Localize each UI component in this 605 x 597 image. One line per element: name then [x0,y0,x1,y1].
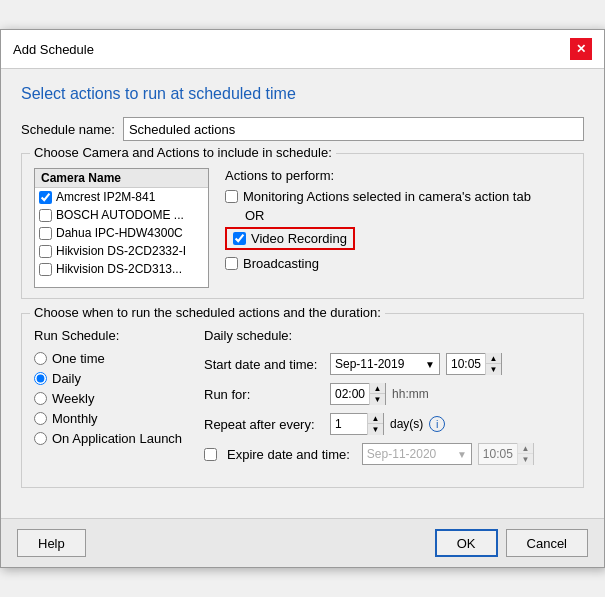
expire-checkbox[interactable] [204,448,217,461]
info-icon[interactable]: i [429,416,445,432]
run-for-up[interactable]: ▲ [370,383,385,394]
radio-daily-label: Daily [52,371,81,386]
cameras-section-label: Choose Camera and Actions to include in … [30,145,336,160]
list-item[interactable]: Dahua IPC-HDW4300C [35,224,208,242]
camera-name-1: BOSCH AUTODOME ... [56,208,184,222]
expire-label: Expire date and time: [227,447,350,462]
radio-daily[interactable]: Daily [34,371,184,386]
run-schedule-label: Run Schedule: [34,328,184,343]
camera-name-3: Hikvision DS-2CD2332-I [56,244,186,258]
run-for-spinner[interactable]: 02:00 ▲ ▼ [330,383,386,405]
repeat-down[interactable]: ▼ [368,424,383,435]
camera-checkbox-2[interactable] [39,227,52,240]
repeat-up[interactable]: ▲ [368,413,383,424]
actions-label: Actions to perform: [225,168,571,183]
page-title: Select actions to run at scheduled time [21,85,584,103]
run-for-value: 02:00 [331,384,369,404]
expire-time-spinner[interactable]: 10:05 ▲ ▼ [478,443,534,465]
list-item[interactable]: Hikvision DS-2CD2332-I [35,242,208,260]
footer-right: OK Cancel [435,529,588,557]
monitoring-checkbox[interactable] [225,190,238,203]
radio-weekly-label: Weekly [52,391,94,406]
radio-weekly[interactable]: Weekly [34,391,184,406]
start-date-label: Start date and time: [204,357,324,372]
start-time-btns: ▲ ▼ [485,353,501,375]
radio-on-launch[interactable]: On Application Launch [34,431,184,446]
monitoring-label: Monitoring Actions selected in camera's … [243,189,531,204]
camera-name-0: Amcrest IP2M-841 [56,190,155,204]
radio-one-time-input[interactable] [34,352,47,365]
schedule-name-row: Schedule name: [21,117,584,141]
start-time-down[interactable]: ▼ [486,364,501,375]
expire-row: Expire date and time: Sep-11-2020 ▼ 10:0… [204,443,571,465]
run-for-btns: ▲ ▼ [369,383,385,405]
repeat-value: 1 [331,414,367,434]
daily-schedule-label: Daily schedule: [204,328,571,343]
help-button[interactable]: Help [17,529,86,557]
title-bar: Add Schedule ✕ [1,30,604,69]
expire-time-btns: ▲ ▼ [517,443,533,465]
start-date-dropdown[interactable]: Sep-11-2019 ▼ [330,353,440,375]
close-button[interactable]: ✕ [570,38,592,60]
camera-name-2: Dahua IPC-HDW4300C [56,226,183,240]
camera-list-header: Camera Name [35,169,208,188]
expire-time-value: 10:05 [479,444,517,464]
ok-button[interactable]: OK [435,529,498,557]
radio-daily-input[interactable] [34,372,47,385]
broadcast-label: Broadcasting [243,256,319,271]
calendar-icon[interactable]: ▼ [425,359,435,370]
camera-checkbox-3[interactable] [39,245,52,258]
run-for-down[interactable]: ▼ [370,394,385,405]
list-item[interactable]: Amcrest IP2M-841 [35,188,208,206]
radio-monthly-label: Monthly [52,411,98,426]
list-item[interactable]: Hikvision DS-2CD313... [35,260,208,278]
cancel-button[interactable]: Cancel [506,529,588,557]
video-recording-item[interactable]: Video Recording [225,227,571,250]
start-time-spinner[interactable]: 10:05 ▲ ▼ [446,353,502,375]
repeat-spinner[interactable]: 1 ▲ ▼ [330,413,384,435]
repeat-btns: ▲ ▼ [367,413,383,435]
radio-monthly-input[interactable] [34,412,47,425]
schedule-section: Choose when to run the scheduled actions… [21,313,584,488]
actions-panel: Actions to perform: Monitoring Actions s… [225,168,571,288]
expire-calendar-icon[interactable]: ▼ [457,449,467,460]
schedule-name-label: Schedule name: [21,122,115,137]
camera-list-box: Camera Name Amcrest IP2M-841 BOSCH AUTOD… [34,168,209,288]
day-label: day(s) [390,417,423,431]
camera-name-4: Hikvision DS-2CD313... [56,262,182,276]
expire-date-dropdown[interactable]: Sep-11-2020 ▼ [362,443,472,465]
radio-monthly[interactable]: Monthly [34,411,184,426]
hhmm-label: hh:mm [392,387,429,401]
radio-weekly-input[interactable] [34,392,47,405]
expire-date-value: Sep-11-2020 [367,447,436,461]
cameras-actions-section: Choose Camera and Actions to include in … [21,153,584,299]
run-for-row: Run for: 02:00 ▲ ▼ hh:mm [204,383,571,405]
video-recording-highlight[interactable]: Video Recording [225,227,355,250]
video-recording-checkbox[interactable] [233,232,246,245]
dialog-title: Add Schedule [13,42,94,57]
start-date-row: Start date and time: Sep-11-2019 ▼ 10:05… [204,353,571,375]
daily-schedule-panel: Daily schedule: Start date and time: Sep… [204,328,571,473]
expire-time-up[interactable]: ▲ [518,443,533,454]
run-schedule-panel: Run Schedule: One time Daily Weekly [34,328,184,473]
schedule-name-input[interactable] [123,117,584,141]
list-item[interactable]: BOSCH AUTODOME ... [35,206,208,224]
radio-on-launch-label: On Application Launch [52,431,182,446]
or-text: OR [245,208,571,223]
monitoring-action-item[interactable]: Monitoring Actions selected in camera's … [225,189,571,204]
radio-one-time[interactable]: One time [34,351,184,366]
camera-checkbox-1[interactable] [39,209,52,222]
radio-one-time-label: One time [52,351,105,366]
camera-checkbox-0[interactable] [39,191,52,204]
expire-time-down[interactable]: ▼ [518,454,533,465]
start-time-up[interactable]: ▲ [486,353,501,364]
broadcast-item[interactable]: Broadcasting [225,256,571,271]
footer: Help OK Cancel [1,518,604,567]
camera-checkbox-4[interactable] [39,263,52,276]
broadcast-checkbox[interactable] [225,257,238,270]
repeat-label: Repeat after every: [204,417,324,432]
schedule-section-label: Choose when to run the scheduled actions… [30,305,385,320]
repeat-row: Repeat after every: 1 ▲ ▼ day(s) i [204,413,571,435]
video-recording-label: Video Recording [251,231,347,246]
radio-on-launch-input[interactable] [34,432,47,445]
